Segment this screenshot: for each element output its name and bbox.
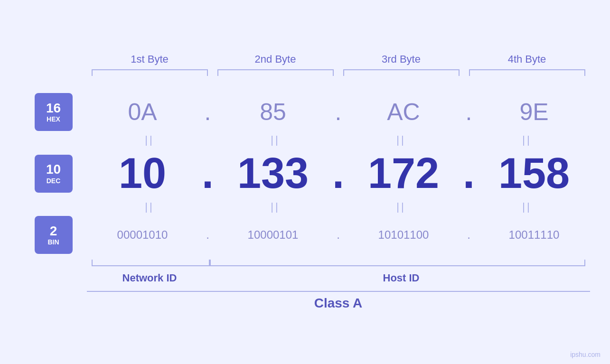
bin-badge-cell: 2 BIN — [20, 216, 87, 254]
dec-byte-3: 172 — [348, 149, 460, 198]
equals-5: || — [87, 201, 213, 213]
dec-badge: 10 DEC — [35, 155, 73, 193]
dec-byte-1: 10 — [87, 149, 198, 198]
hex-badge-label: HEX — [47, 115, 60, 123]
top-brackets — [20, 69, 590, 79]
bracket-cell-1 — [87, 69, 213, 79]
equals-4: || — [464, 134, 590, 146]
hex-values: 0A . 85 . AC . 9E — [87, 98, 590, 126]
bin-dot-3: . — [460, 228, 479, 242]
network-id-label: Network ID — [87, 272, 213, 284]
bin-dot-1: . — [198, 228, 217, 242]
dec-badge-number: 10 — [46, 162, 61, 177]
hex-byte-4: 9E — [479, 98, 590, 126]
bin-badge-label: BIN — [47, 238, 59, 246]
bin-badge-number: 2 — [50, 224, 57, 239]
hex-badge-cell: 16 HEX — [20, 93, 87, 131]
hex-row: 16 HEX 0A . 85 . AC . 9E — [20, 93, 590, 131]
bracket-cell-3 — [338, 69, 464, 79]
bracket-top-3 — [343, 69, 460, 76]
hex-badge-number: 16 — [46, 101, 61, 116]
equals-8: || — [464, 201, 590, 213]
bin-dot-2: . — [329, 228, 348, 242]
bracket-top-1 — [92, 69, 208, 76]
hex-badge: 16 HEX — [35, 93, 73, 131]
bin-byte-2: 10000101 — [217, 228, 329, 242]
network-bracket — [92, 260, 210, 266]
bottom-brackets — [87, 260, 590, 269]
hex-dot-1: . — [198, 98, 217, 126]
dec-dot-2: . — [329, 149, 348, 198]
host-id-label: Host ID — [213, 272, 590, 284]
bin-row: 2 BIN 00001010 . 10000101 . 10101100 . 1… — [20, 216, 590, 254]
main-container: 1st Byte 2nd Byte 3rd Byte 4th Byte 16 H… — [20, 53, 590, 311]
watermark: ipshu.com — [570, 351, 601, 358]
bin-badge: 2 BIN — [35, 216, 73, 254]
bin-byte-3: 10101100 — [348, 228, 460, 242]
equals-7: || — [338, 201, 464, 213]
hex-dot-2: . — [329, 98, 348, 126]
dec-values: 10 . 133 . 172 . 158 — [87, 149, 590, 198]
bin-byte-1: 00001010 — [87, 228, 198, 242]
dec-byte-4: 158 — [479, 149, 590, 198]
equals-row-2: || || || || — [20, 201, 590, 213]
hex-dot-3: . — [460, 98, 479, 126]
bin-values: 00001010 . 10000101 . 10101100 . 1001111… — [87, 228, 590, 242]
byte-header-2: 2nd Byte — [213, 53, 338, 65]
id-labels: Network ID Host ID — [87, 272, 590, 284]
equals-2: || — [213, 134, 338, 146]
bottom-section: Network ID Host ID Class A — [20, 260, 590, 311]
class-line — [87, 291, 590, 292]
dec-badge-cell: 10 DEC — [20, 155, 87, 193]
bin-byte-4: 10011110 — [479, 228, 590, 242]
bracket-cell-4 — [464, 69, 590, 79]
bracket-top-2 — [217, 69, 334, 76]
hex-byte-2: 85 — [217, 98, 329, 126]
host-bracket — [210, 260, 585, 266]
equals-3: || — [338, 134, 464, 146]
equals-row-1: || || || || — [20, 134, 590, 146]
dec-dot-1: . — [198, 149, 217, 198]
equals-1: || — [87, 134, 213, 146]
dec-byte-2: 133 — [217, 149, 329, 198]
dec-badge-label: DEC — [47, 177, 61, 185]
byte-headers: 1st Byte 2nd Byte 3rd Byte 4th Byte — [20, 53, 590, 65]
hex-byte-1: 0A — [87, 98, 198, 126]
byte-header-1: 1st Byte — [87, 53, 213, 65]
dec-dot-3: . — [460, 149, 479, 198]
equals-6: || — [213, 201, 338, 213]
class-label: Class A — [87, 296, 590, 311]
hex-byte-3: AC — [348, 98, 460, 126]
bracket-top-4 — [469, 69, 585, 76]
dec-row: 10 DEC 10 . 133 . 172 . 158 — [20, 149, 590, 198]
byte-header-3: 3rd Byte — [338, 53, 464, 65]
byte-header-4: 4th Byte — [464, 53, 590, 65]
bracket-cell-2 — [213, 69, 338, 79]
